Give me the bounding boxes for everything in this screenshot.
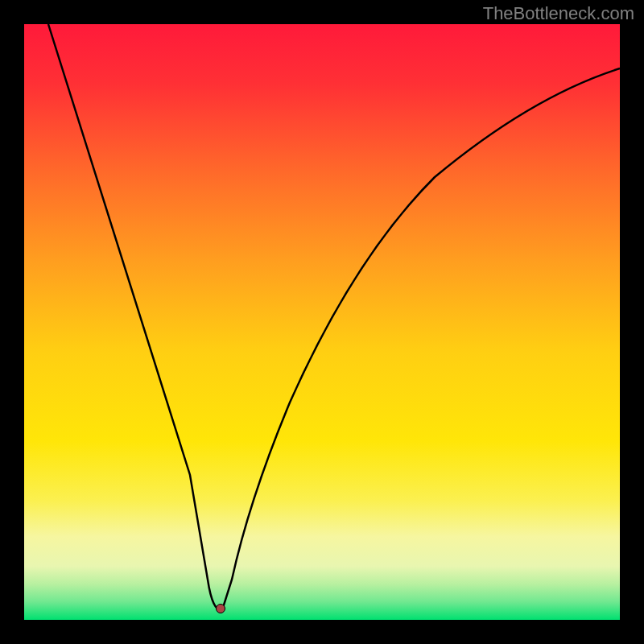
- minimum-marker-dot: [216, 604, 225, 613]
- watermark-text: TheBottleneck.com: [483, 3, 634, 24]
- chart-container: TheBottleneck.com: [0, 0, 644, 644]
- chart-svg: [0, 0, 644, 644]
- plot-area: [24, 24, 620, 620]
